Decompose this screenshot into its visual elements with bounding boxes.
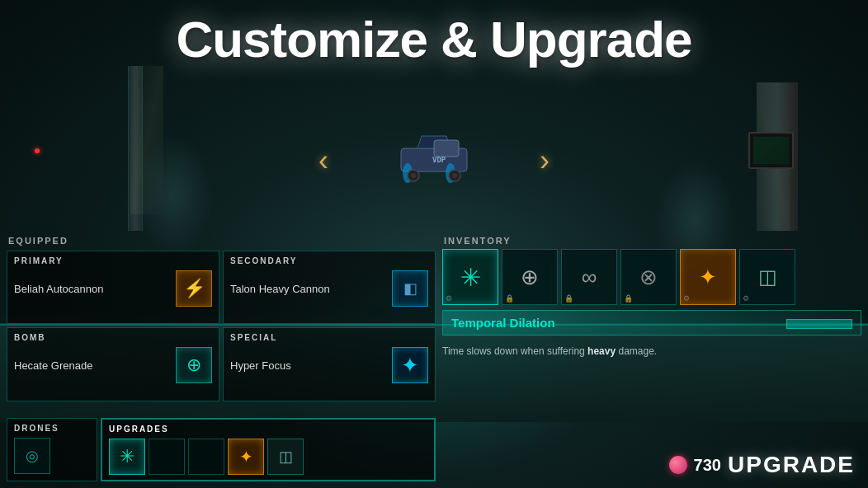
light-beam-left — [130, 66, 163, 214]
bg-monitor — [748, 132, 794, 169]
primary-weapon-name: Beliah Autocannon — [14, 283, 103, 295]
inventory-grid: ✳ ⚙ ⊕ 🔒 ∞ 🔒 ⊗ 🔒 ✦ ⚙ ◫ ⚙ — [442, 249, 861, 305]
drones-slot[interactable]: DRONES ◎ — [7, 418, 97, 481]
inv-slot-3[interactable]: ⊗ 🔒 — [620, 249, 677, 305]
equipped-grid: PRIMARY Beliah Autocannon ⚡ SECONDARY Ta… — [7, 251, 436, 415]
svg-text:VDP: VDP — [432, 156, 446, 164]
bottom-ui-container: EQUIPPED PRIMARY Beliah Autocannon ⚡ SEC… — [0, 232, 868, 488]
inv-slot-0[interactable]: ✳ ⚙ — [442, 249, 498, 305]
item-desc-end: damage. — [618, 345, 657, 357]
inv-slot-5-gear-icon: ⚙ — [743, 294, 749, 303]
special-slot[interactable]: SPECIAL Hyper Focus ✦ — [223, 327, 436, 401]
item-stat-bar — [786, 319, 852, 329]
ship-next-button[interactable]: › — [540, 143, 550, 178]
secondary-slot[interactable]: SECONDARY Talon Heavy Cannon ◧ — [223, 251, 436, 324]
upgrade-button[interactable]: UPGRADE — [728, 452, 855, 478]
inv-slot-1-lock-icon: 🔒 — [505, 294, 514, 303]
primary-content: Beliah Autocannon ⚡ — [14, 270, 212, 307]
secondary-content: Talon Heavy Cannon ◧ — [230, 270, 428, 307]
primary-label: PRIMARY — [14, 256, 212, 265]
item-desc-text: Time slows down when suffering — [442, 345, 585, 357]
upgrade-slot-3[interactable]: ✦ — [228, 439, 264, 475]
inv-slot-5[interactable]: ◫ ⚙ — [739, 249, 795, 305]
upgrades-label: UPGRADES — [109, 425, 427, 434]
upgrade-slot-2[interactable] — [188, 439, 224, 475]
upgrades-slots: ✳ ✦ ◫ — [109, 439, 427, 475]
inv-slot-4[interactable]: ✦ ⚙ — [680, 249, 736, 305]
inv-slot-3-lock-icon: 🔒 — [624, 294, 633, 303]
inventory-label: INVENTORY — [442, 232, 861, 247]
upgrade-slot-1[interactable] — [149, 439, 185, 475]
bomb-slot[interactable]: BOMB Hecate Grenade ⊕ — [7, 327, 219, 401]
upgrade-slot-4[interactable]: ◫ — [267, 439, 304, 475]
secondary-label: SECONDARY — [230, 256, 428, 265]
drones-upgrades-row: DRONES ◎ UPGRADES ✳ ✦ ◫ — [7, 418, 436, 481]
primary-slot[interactable]: PRIMARY Beliah Autocannon ⚡ — [7, 251, 219, 324]
ship-display-area: ‹ VDP › — [310, 107, 558, 214]
special-label: SPECIAL — [230, 333, 428, 342]
ship-prev-button[interactable]: ‹ — [318, 143, 328, 178]
svg-point-7 — [411, 173, 416, 178]
item-desc-strong: heavy — [587, 345, 616, 357]
primary-weapon-icon: ⚡ — [176, 270, 212, 307]
upgrade-slot-0[interactable]: ✳ — [109, 439, 145, 475]
warning-light-icon — [35, 148, 40, 153]
special-name: Hyper Focus — [230, 359, 291, 372]
upgrade-currency-orb — [669, 456, 687, 474]
inv-slot-0-gear-icon: ⚙ — [446, 294, 452, 303]
secondary-weapon-icon: ◧ — [392, 270, 428, 307]
special-icon: ✦ — [392, 347, 428, 383]
inv-slot-4-gear-icon: ⚙ — [683, 294, 690, 303]
inv-slot-1[interactable]: ⊕ 🔒 — [502, 249, 558, 305]
equipped-panel: EQUIPPED PRIMARY Beliah Autocannon ⚡ SEC… — [7, 232, 436, 481]
upgrade-footer: 730 UPGRADE — [669, 452, 855, 478]
bomb-name: Hecate Grenade — [14, 359, 92, 372]
selected-item-name: Temporal Dilation — [451, 316, 555, 330]
upgrade-currency-count: 730 — [694, 456, 721, 475]
bomb-content: Hecate Grenade ⊕ — [14, 347, 212, 383]
inventory-panel: INVENTORY ✳ ⚙ ⊕ 🔒 ∞ 🔒 ⊗ 🔒 ✦ ⚙ — [442, 232, 861, 481]
ship-model: VDP — [376, 128, 492, 194]
selected-item-description: Time slows down when suffering heavy dam… — [442, 340, 861, 362]
page-title: Customize & Upgrade — [0, 10, 868, 68]
upgrades-section: UPGRADES ✳ ✦ ◫ — [101, 418, 436, 481]
inv-slot-2-lock-icon: 🔒 — [564, 294, 573, 303]
special-content: Hyper Focus ✦ — [230, 347, 428, 383]
secondary-weapon-name: Talon Heavy Cannon — [230, 283, 330, 295]
drone-icon: ◎ — [14, 438, 50, 474]
bomb-label: BOMB — [14, 333, 212, 342]
inv-slot-2[interactable]: ∞ 🔒 — [561, 249, 617, 305]
item-info-bar: Temporal Dilation — [442, 310, 861, 336]
bomb-icon: ⊕ — [176, 347, 212, 383]
drones-label: DRONES — [14, 424, 90, 433]
svg-rect-2 — [434, 140, 459, 157]
svg-point-9 — [452, 173, 457, 178]
equipped-label: EQUIPPED — [7, 232, 436, 247]
